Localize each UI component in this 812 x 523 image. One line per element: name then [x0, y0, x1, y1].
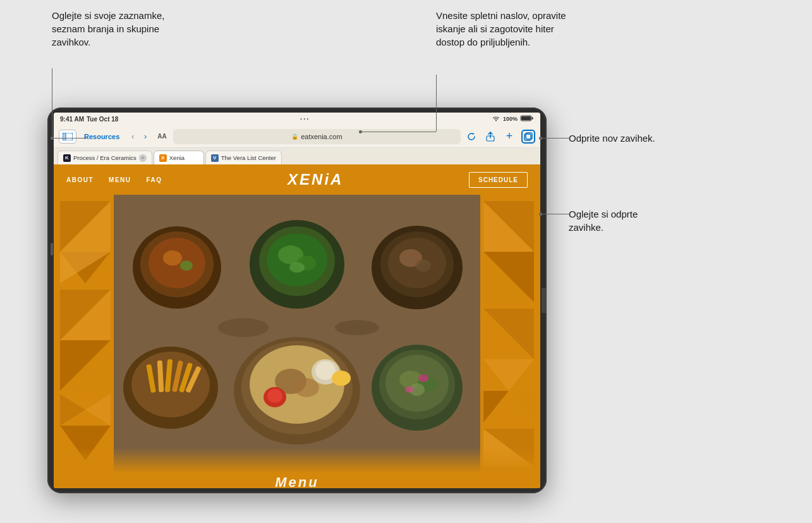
- website-content: ABOUT MENU FAQ XENiA SCHEDULE: [54, 164, 540, 488]
- tab-xenia[interactable]: X Xenia: [154, 151, 204, 164]
- xenia-navigation: ABOUT MENU FAQ XENiA SCHEDULE: [54, 164, 540, 195]
- status-time: 9:41 AM: [60, 116, 84, 123]
- annotation-top-right: Vnesite spletni naslov, opravite iskanje…: [436, 9, 575, 49]
- callout-line-tr-h: [360, 132, 436, 132]
- tab-favicon-xenia: X: [159, 154, 167, 162]
- svg-point-44: [289, 262, 305, 273]
- svg-rect-2: [521, 116, 531, 120]
- status-bar: 9:41 AM Tue Oct 18 ··· 100%: [54, 113, 540, 125]
- callout-dot-rt: [539, 137, 542, 140]
- lock-icon: 🔒: [291, 133, 298, 140]
- svg-rect-3: [531, 117, 533, 120]
- ipad-device: 9:41 AM Tue Oct 18 ··· 100%: [47, 108, 547, 493]
- hero-image: [54, 195, 540, 473]
- tab-vera[interactable]: V The Vera List Center: [205, 151, 282, 164]
- navigation-arrows: ‹ ›: [127, 130, 151, 143]
- svg-point-77: [335, 320, 379, 335]
- ipad-screen: 9:41 AM Tue Oct 18 ··· 100%: [54, 113, 540, 488]
- reload-button[interactable]: [464, 130, 478, 144]
- svg-rect-4: [63, 133, 66, 140]
- tab-process[interactable]: K Process / Era Ceramics ×: [58, 151, 152, 164]
- annotation-right-bottom: Oglejte si odprte zavihke.: [569, 207, 670, 234]
- forward-arrow[interactable]: ›: [140, 130, 151, 143]
- new-tab-button[interactable]: +: [502, 130, 516, 144]
- svg-point-0: [495, 120, 497, 121]
- tab-label-vera: The Vera List Center: [221, 154, 276, 161]
- annotation-right-bottom-text: Oglejte si odprte zavihke.: [569, 209, 638, 233]
- annotation-top-right-text: Vnesite spletni naslov, opravite iskanje…: [436, 10, 566, 47]
- bottom-teaser: Menu: [54, 473, 540, 488]
- browser-toolbar: Resources ‹ › AA 🔒 eatxenia.com: [54, 125, 540, 148]
- svg-point-65: [332, 371, 351, 386]
- resources-label: Resources: [84, 133, 119, 140]
- more-dots: ···: [300, 115, 310, 123]
- back-arrow[interactable]: ‹: [127, 130, 138, 143]
- url-text: eatxenia.com: [301, 133, 342, 140]
- sidebar-button[interactable]: [59, 130, 76, 144]
- svg-point-62: [294, 378, 319, 397]
- share-button[interactable]: [483, 130, 497, 144]
- toolbar-actions: +: [464, 130, 535, 144]
- xenia-nav-links: ABOUT MENU FAQ: [66, 176, 162, 183]
- nav-link-faq[interactable]: FAQ: [147, 176, 162, 183]
- svg-point-67: [267, 389, 282, 403]
- svg-point-38: [180, 261, 193, 271]
- annotation-right-top: Odprite nov zavihek.: [569, 132, 655, 145]
- status-date: Tue Oct 18: [87, 116, 118, 123]
- callout-line-tr-v: [436, 75, 437, 132]
- resources-button[interactable]: Resources: [80, 132, 123, 142]
- svg-point-76: [218, 318, 269, 337]
- callout-dot-tl: [51, 137, 54, 140]
- battery-icon: [520, 114, 534, 123]
- callout-dot-tr: [359, 130, 362, 133]
- schedule-button[interactable]: SCHEDULE: [469, 172, 528, 188]
- callout-dot-rb: [539, 212, 542, 216]
- annotation-top-left: Oglejte si svoje zaznamke, seznam branja…: [52, 9, 178, 49]
- tab-favicon-vera: V: [211, 154, 219, 162]
- annotation-right-top-text: Odprite nov zavihek.: [569, 133, 655, 144]
- wifi-icon: [492, 115, 500, 123]
- callout-line-rb-h: [540, 214, 571, 214]
- nav-link-menu[interactable]: MENU: [109, 176, 131, 183]
- callout-line-tl-v: [52, 68, 52, 138]
- tab-label-xenia: Xenia: [169, 154, 198, 161]
- callout-line-rt-h: [540, 138, 571, 138]
- volume-button: [51, 243, 53, 255]
- tab-bar: K Process / Era Ceramics × X Xenia V The…: [54, 148, 540, 164]
- tab-close-process[interactable]: ×: [139, 154, 147, 162]
- svg-point-37: [163, 250, 182, 266]
- annotation-top-left-text: Oglejte si svoje zaznamke, seznam branja…: [52, 10, 164, 47]
- svg-point-74: [418, 374, 428, 382]
- home-button[interactable]: [542, 288, 547, 313]
- svg-point-75: [405, 386, 414, 393]
- menu-teaser-text: Menu: [275, 474, 318, 488]
- reader-mode-button[interactable]: AA: [155, 132, 169, 141]
- battery-percent: 100%: [503, 116, 518, 122]
- svg-point-49: [416, 259, 431, 272]
- tabs-overview-button[interactable]: [521, 130, 535, 144]
- callout-line-tl-h: [52, 138, 87, 138]
- tab-label-process: Process / Era Ceramics: [73, 154, 136, 161]
- bottom-fade: [54, 448, 540, 473]
- tab-favicon-process: K: [63, 154, 71, 162]
- xenia-logo: XENiA: [162, 171, 469, 188]
- nav-link-about[interactable]: ABOUT: [66, 176, 94, 183]
